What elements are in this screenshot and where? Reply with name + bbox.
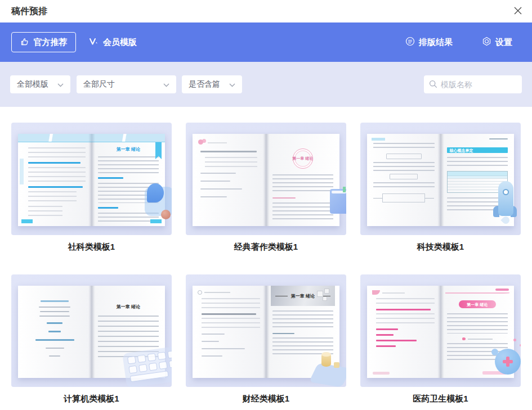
chapter-seal: 第一章 绪论 <box>293 148 313 169</box>
template-name: 经典著作类模板1 <box>186 242 346 254</box>
layout-result-button[interactable]: 排版结果 <box>405 37 453 48</box>
close-icon[interactable] <box>511 3 525 18</box>
tab-official-recommend[interactable]: 官方推荐 <box>11 32 76 52</box>
template-preview-social-science: 第一章 绪论 <box>11 123 172 235</box>
settings-label: 设置 <box>495 37 512 48</box>
rocket-decoration <box>491 179 521 227</box>
template-card-computer[interactable]: 第一章 绪论 计算机类模板1 <box>11 274 172 406</box>
template-preview-medical: 第一章 绪论 <box>360 274 521 387</box>
template-name: 计算机类模板1 <box>11 394 172 406</box>
dropdown-size-value: 全部尺寸 <box>83 79 115 89</box>
thumbs-up-icon <box>20 37 29 48</box>
template-preview-computer: 第一章 绪论 <box>11 274 172 387</box>
tab-official-label: 官方推荐 <box>34 37 68 48</box>
template-search <box>424 75 522 93</box>
template-name: 医药卫生模板1 <box>360 394 521 406</box>
template-card-medical[interactable]: 第一章 绪论 医药卫生模板1 <box>360 274 521 406</box>
template-card-classic-works[interactable]: 第一章 绪论 经典著作类模板1 <box>186 123 346 254</box>
nav-bar: 官方推荐 会员模版 排版结果 <box>0 22 532 62</box>
dropdown-has-piece[interactable]: 是否含篇 <box>182 75 242 93</box>
chevron-down-icon <box>163 80 169 89</box>
search-input[interactable] <box>424 75 522 93</box>
nav-actions: 排版结果 设置 <box>405 22 512 62</box>
social-science-decoration <box>141 183 172 220</box>
dropdown-template-type[interactable]: 全部模版 <box>10 75 70 93</box>
medical-decoration <box>490 337 521 375</box>
dialog-titlebar: 稿件预排 <box>0 0 532 22</box>
vip-icon <box>89 38 99 47</box>
dropdown-has-piece-value: 是否含篇 <box>189 79 220 89</box>
settings-button[interactable]: 设置 <box>482 37 512 48</box>
template-card-technology[interactable]: 核心概念界定 <box>360 123 521 254</box>
template-preview-technology: 核心概念界定 <box>360 123 521 235</box>
preview-banner-title: 核心概念界定 <box>450 148 473 152</box>
preview-chapter-title: 第一章 绪论 <box>292 156 313 161</box>
template-name: 社科类模板1 <box>11 242 172 254</box>
dialog-title: 稿件预排 <box>11 0 47 22</box>
medical-cross-icon <box>503 357 513 367</box>
chevron-down-icon <box>229 80 235 89</box>
preview-chapter-title: 第一章 绪论 <box>98 304 159 310</box>
template-card-finance[interactable]: 第一章 绪论 财经类模板1 <box>186 274 346 406</box>
template-preview-classic-works: 第一章 绪论 <box>186 123 346 235</box>
template-card-social-science[interactable]: 第一章 绪论 社科类模板1 <box>11 123 172 254</box>
dropdown-template-type-value: 全部模版 <box>17 79 48 89</box>
chapter-pill: 第一章 绪论 <box>459 300 496 308</box>
finance-decoration <box>309 352 346 387</box>
tab-member-template[interactable]: 会员模版 <box>89 32 137 52</box>
template-grid: 第一章 绪论 社科类模板1 <box>0 107 532 406</box>
chapter-banner: 第一章 绪论 <box>271 286 336 306</box>
keyboard-decoration <box>122 346 172 387</box>
tab-member-label: 会员模版 <box>103 37 137 48</box>
layout-result-label: 排版结果 <box>419 37 453 48</box>
gear-icon <box>482 37 491 48</box>
filter-bar: 全部模版 全部尺寸 是否含篇 <box>0 62 532 107</box>
template-name: 财经类模板1 <box>186 394 346 406</box>
section-banner: 核心概念界定 <box>447 147 508 153</box>
dropdown-size[interactable]: 全部尺寸 <box>77 75 176 93</box>
preview-chapter-title: 第一章 绪论 <box>467 303 488 307</box>
preview-chapter-title: 第一章 绪论 <box>98 146 159 152</box>
preview-chapter-title: 第一章 绪论 <box>291 293 315 299</box>
layout-result-icon <box>405 37 415 48</box>
template-name: 科技类模板1 <box>360 242 521 254</box>
template-preview-finance: 第一章 绪论 <box>186 274 346 387</box>
chevron-down-icon <box>57 80 64 89</box>
book-decoration <box>330 189 346 214</box>
book-spread: 第一章 绪论 <box>193 134 339 226</box>
